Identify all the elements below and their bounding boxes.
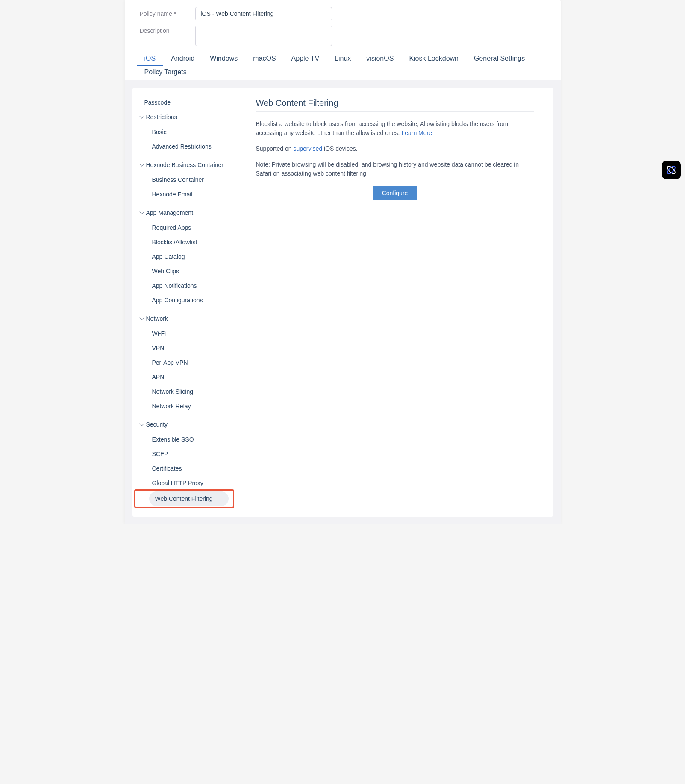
help-widget-icon[interactable] <box>662 161 681 179</box>
sidebar-item-app-catalog[interactable]: App Catalog <box>132 249 237 264</box>
sidebar-group-restrictions[interactable]: Restrictions <box>132 109 237 125</box>
sidebar-item-blocklist-allowlist[interactable]: Blocklist/Allowlist <box>132 235 237 249</box>
sidebar-item-per-app-vpn[interactable]: Per-App VPN <box>132 355 237 370</box>
tab-kiosk[interactable]: Kiosk Lockdown <box>401 52 466 66</box>
sidebar-group-app-management[interactable]: App Management <box>132 205 237 220</box>
description-input[interactable] <box>195 26 332 46</box>
sidebar-item-extensible-sso[interactable]: Extensible SSO <box>132 432 237 447</box>
sidebar-item-scep[interactable]: SCEP <box>132 447 237 461</box>
sidebar-item-web-content-filtering[interactable]: Web Content Filtering <box>149 491 229 506</box>
description-paragraph-3: Note: Private browsing will be disabled,… <box>256 160 534 178</box>
description-paragraph-1: Blocklist a website to block users from … <box>256 120 534 137</box>
sidebar-group-label: Security <box>146 421 168 428</box>
sidebar-item-web-clips[interactable]: Web Clips <box>132 264 237 278</box>
policy-sidebar: Passcode Restrictions Basic Advanced Res… <box>132 88 237 517</box>
supervised-link[interactable]: supervised <box>293 145 322 152</box>
sidebar-item-app-notifications[interactable]: App Notifications <box>132 278 237 293</box>
sidebar-item-basic[interactable]: Basic <box>132 125 237 139</box>
highlight-box: Web Content Filtering <box>134 489 234 508</box>
learn-more-link[interactable]: Learn More <box>401 129 432 136</box>
sidebar-group-security[interactable]: Security <box>132 417 237 432</box>
policy-name-label: Policy name * <box>140 10 182 17</box>
tab-android[interactable]: Android <box>163 52 202 66</box>
sidebar-item-network-relay[interactable]: Network Relay <box>132 399 237 413</box>
sidebar-item-app-configurations[interactable]: App Configurations <box>132 293 237 307</box>
sidebar-item-hexnode-email[interactable]: Hexnode Email <box>132 187 237 202</box>
chevron-down-icon <box>139 315 144 320</box>
sidebar-group-network[interactable]: Network <box>132 311 237 326</box>
tab-policy-targets[interactable]: Policy Targets <box>137 66 194 79</box>
sidebar-item-vpn[interactable]: VPN <box>132 341 237 355</box>
chevron-down-icon <box>139 209 144 214</box>
tab-windows[interactable]: Windows <box>202 52 245 66</box>
sidebar-item-wifi[interactable]: Wi-Fi <box>132 326 237 341</box>
configure-button[interactable]: Configure <box>373 186 417 200</box>
description-paragraph-2: Supported on supervised iOS devices. <box>256 144 534 153</box>
chevron-down-icon <box>139 114 144 118</box>
description-label: Description <box>140 26 182 34</box>
sidebar-item-advanced-restrictions[interactable]: Advanced Restrictions <box>132 139 237 154</box>
tab-visionos[interactable]: visionOS <box>359 52 401 66</box>
sidebar-item-required-apps[interactable]: Required Apps <box>132 220 237 235</box>
sidebar-group-hexnode-container[interactable]: Hexnode Business Container <box>132 157 237 173</box>
sidebar-item-certificates[interactable]: Certificates <box>132 461 237 476</box>
sidebar-group-label: Restrictions <box>146 114 177 120</box>
tab-appletv[interactable]: Apple TV <box>284 52 327 66</box>
tab-ios[interactable]: iOS <box>137 52 164 66</box>
tab-linux[interactable]: Linux <box>327 52 359 66</box>
platform-tabs: iOS Android Windows macOS Apple TV Linux… <box>125 49 561 79</box>
sidebar-item-business-container[interactable]: Business Container <box>132 173 237 187</box>
chevron-down-icon <box>139 161 144 166</box>
sidebar-group-label: Network <box>146 315 168 322</box>
page-title: Web Content Filtering <box>256 98 534 112</box>
sidebar-item-global-http-proxy[interactable]: Global HTTP Proxy <box>132 476 237 490</box>
sidebar-item-apn[interactable]: APN <box>132 370 237 384</box>
tab-macos[interactable]: macOS <box>245 52 283 66</box>
tab-general[interactable]: General Settings <box>466 52 532 66</box>
sidebar-group-label: App Management <box>146 209 194 216</box>
chevron-down-icon <box>139 421 144 426</box>
sidebar-item-network-slicing[interactable]: Network Slicing <box>132 384 237 399</box>
sidebar-group-label: Hexnode Business Container <box>146 161 223 168</box>
sidebar-item-passcode[interactable]: Passcode <box>132 96 237 109</box>
policy-name-input[interactable] <box>195 7 332 20</box>
atom-icon <box>665 164 677 176</box>
